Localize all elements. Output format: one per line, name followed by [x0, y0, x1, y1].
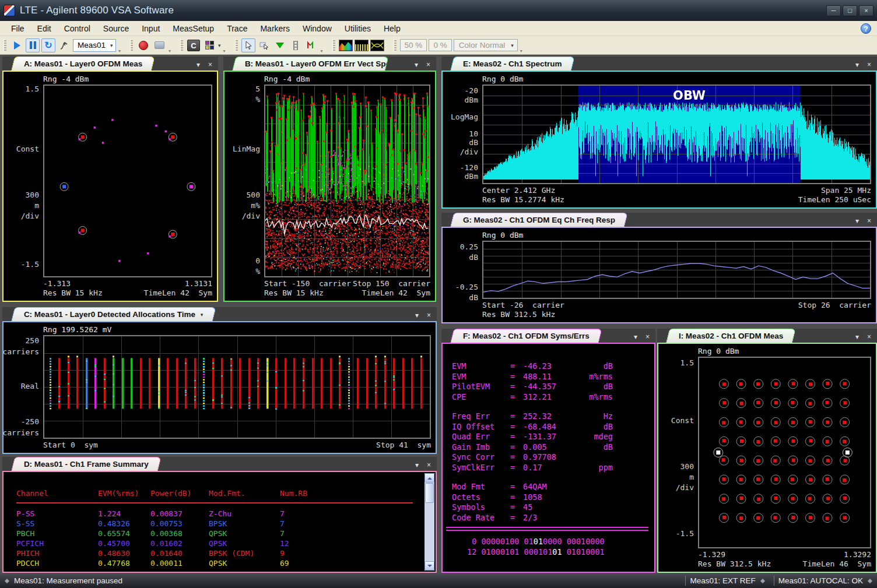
- table-cell: 7: [280, 529, 315, 538]
- footer-text: -1.313: [43, 279, 71, 288]
- menu-item-window[interactable]: Window: [296, 22, 338, 35]
- peak-marker-button[interactable]: [273, 38, 287, 52]
- allocations-plot[interactable]: [43, 335, 431, 439]
- window-b-close-icon[interactable]: ×: [426, 61, 430, 68]
- scrollbar-thumb[interactable]: [425, 483, 434, 503]
- metric-line: EVM=-46.23dB: [452, 361, 650, 372]
- window-g-collapse-icon[interactable]: ▾: [855, 217, 859, 224]
- help-icon[interactable]: ?: [861, 23, 871, 34]
- toolbar-overflow-icon[interactable]: ▾: [223, 48, 226, 54]
- eye-view-button[interactable]: [370, 40, 384, 51]
- window-c-tab-dropdown-icon[interactable]: ▾: [201, 312, 204, 318]
- menu-item-source[interactable]: Source: [97, 22, 135, 35]
- move-marker-button[interactable]: [257, 38, 271, 52]
- window-d-tab[interactable]: D: Meas01 - Ch1 Frame Summary: [11, 457, 162, 471]
- snapshot-button[interactable]: [152, 38, 166, 52]
- window-b-collapse-icon[interactable]: ▾: [415, 61, 418, 68]
- close-button[interactable]: ×: [859, 5, 874, 16]
- menu-item-file[interactable]: File: [5, 22, 31, 35]
- menu-item-utilities[interactable]: Utilities: [338, 22, 377, 35]
- table-scrollbar[interactable]: [425, 473, 434, 571]
- window-c-tab[interactable]: C: Meas01 - Layer0 Detected Allocations …: [11, 307, 216, 321]
- minimize-button[interactable]: ─: [826, 5, 841, 16]
- constellation-plot-i[interactable]: [698, 357, 871, 548]
- color-button[interactable]: C: [187, 38, 201, 52]
- table-row[interactable]: PBCH0.655740.00368QPSK7: [16, 529, 423, 538]
- window-i-collapse-icon[interactable]: ▾: [855, 333, 859, 340]
- table-cell: 12: [280, 538, 315, 548]
- y-axis-label: LinMag: [233, 145, 260, 153]
- spectrogram-view-button[interactable]: [339, 40, 353, 51]
- window-d-close-icon[interactable]: ×: [427, 462, 431, 469]
- spectrum-view-button[interactable]: [355, 40, 369, 51]
- window-i-tab[interactable]: I: Meas02 - Ch1 OFDM Meas: [666, 329, 796, 343]
- menu-item-control[interactable]: Control: [58, 22, 97, 35]
- window-i-close-icon[interactable]: ×: [867, 333, 871, 340]
- menu-item-meassetup[interactable]: MeasSetup: [166, 22, 220, 35]
- metric-value: 252.32: [523, 411, 574, 422]
- window-a-tab[interactable]: A: Meas01 - Layer0 OFDM Meas: [11, 57, 155, 71]
- band-marker-button[interactable]: [289, 38, 303, 52]
- window-a-collapse-icon[interactable]: ▾: [197, 61, 200, 68]
- range-label: Rng 0 dBm: [482, 73, 871, 84]
- window-f-collapse-icon[interactable]: ▾: [634, 333, 637, 340]
- window-e-collapse-icon[interactable]: ▾: [855, 61, 859, 68]
- chevron-down-icon[interactable]: ▾: [218, 43, 221, 48]
- table-row[interactable]: PDCCH0.477680.00011QPSK69: [16, 558, 423, 568]
- spectrum-plot[interactable]: [482, 84, 871, 184]
- toolbar-drag-handle[interactable]: [394, 39, 397, 52]
- table-row[interactable]: PHICH0.486300.01640BPSK (CDM)9: [16, 548, 423, 558]
- menu-item-trace[interactable]: Trace: [220, 22, 254, 35]
- toolbar-drag-handle[interactable]: [180, 39, 183, 52]
- toolbar-overflow-icon[interactable]: ▾: [169, 48, 171, 54]
- window-f-tab[interactable]: F: Meas02 - Ch1 OFDM Syms/Errs: [450, 329, 602, 343]
- window-c-collapse-icon[interactable]: ▾: [415, 312, 419, 319]
- status-bar: Meas01: Measurement paused Meas01: EXT R…: [0, 573, 877, 588]
- color-mode-select[interactable]: Color Normal ▾: [454, 39, 518, 51]
- pause-button[interactable]: [26, 38, 40, 52]
- window-f-close-icon[interactable]: ×: [646, 333, 650, 340]
- maximize-button[interactable]: □: [843, 5, 857, 16]
- toolbar-drag-handle[interactable]: [130, 39, 133, 52]
- toolbar-overflow-icon[interactable]: ▾: [321, 48, 323, 54]
- status-spinner-icon[interactable]: [760, 576, 765, 586]
- marker-flag-button[interactable]: [304, 38, 318, 52]
- scroll-up-icon[interactable]: [425, 473, 434, 483]
- toolbar-drag-handle[interactable]: [3, 39, 6, 52]
- single-sweep-button[interactable]: [57, 38, 71, 52]
- menu-item-help[interactable]: Help: [377, 22, 407, 35]
- menu-item-markers[interactable]: Markers: [254, 22, 296, 35]
- toolbar-overflow-icon[interactable]: ▾: [118, 48, 121, 54]
- freq-resp-plot[interactable]: [482, 241, 871, 299]
- window-g-close-icon[interactable]: ×: [867, 217, 871, 224]
- status-spinner-icon[interactable]: [5, 576, 9, 586]
- menu-item-edit[interactable]: Edit: [31, 22, 58, 35]
- select-pointer-button[interactable]: [241, 38, 255, 52]
- window-e-tab[interactable]: E: Meas02 - Ch1 Spectrum: [450, 57, 575, 71]
- toolbar-overflow-icon[interactable]: ▾: [520, 48, 522, 54]
- restart-button[interactable]: ↻: [41, 38, 55, 52]
- menu-item-input[interactable]: Input: [135, 22, 166, 35]
- measurement-select[interactable]: Meas01 ▾: [73, 39, 116, 52]
- layout-button[interactable]: [202, 38, 216, 52]
- table-row[interactable]: PCFICH0.457000.01602QPSK12: [16, 538, 423, 548]
- window-c-close-icon[interactable]: ×: [427, 312, 431, 319]
- table-row[interactable]: S-SS0.483260.00753BPSK7: [16, 519, 423, 529]
- window-b-tab[interactable]: B: Meas01 - Layer0 OFDM Err Vect Spectru: [232, 57, 389, 71]
- play-button[interactable]: [10, 38, 24, 52]
- status-spinner-icon[interactable]: [868, 576, 872, 586]
- err-vect-spectrum-plot[interactable]: [264, 84, 430, 277]
- window-g-tab[interactable]: G: Meas02 - Ch1 OFDM Eq Ch Freq Resp: [450, 213, 628, 227]
- overlap-percent-field[interactable]: 50 %: [400, 39, 427, 51]
- window-a-close-icon[interactable]: ×: [208, 61, 212, 68]
- toolbar-drag-handle[interactable]: [332, 39, 335, 52]
- second-percent-field[interactable]: 0 %: [429, 39, 451, 51]
- window-d-collapse-icon[interactable]: ▾: [415, 462, 419, 469]
- toolbar-drag-handle[interactable]: [235, 39, 238, 52]
- scroll-down-icon[interactable]: [425, 561, 434, 571]
- footer-text: Res BW 312.5 kHz: [698, 559, 771, 569]
- window-e-close-icon[interactable]: ×: [867, 61, 871, 68]
- constellation-plot-a[interactable]: [43, 84, 212, 277]
- table-row[interactable]: P-SS1.2240.00837Z-Chu7: [16, 509, 423, 519]
- record-button[interactable]: [136, 38, 150, 52]
